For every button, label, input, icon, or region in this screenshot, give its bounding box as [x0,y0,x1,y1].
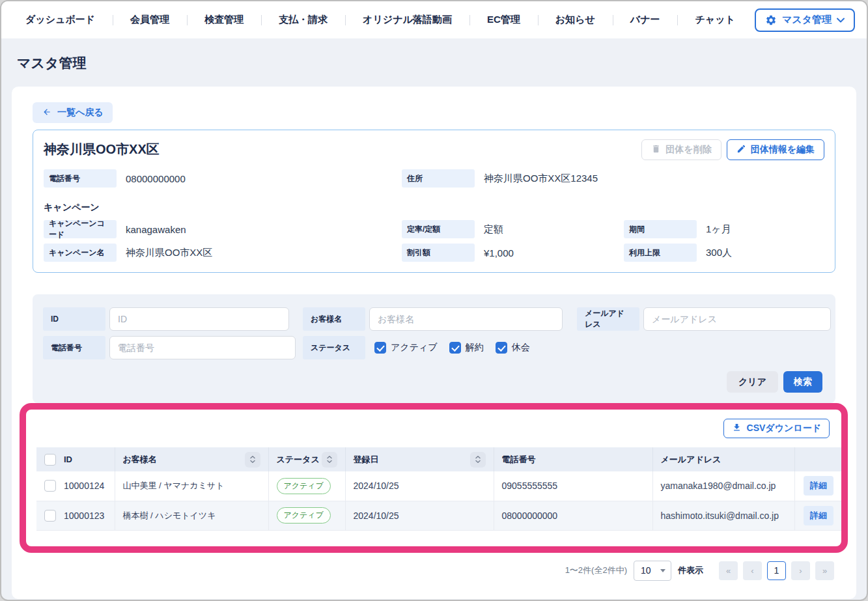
page-1-button[interactable]: 1 [767,561,786,580]
highlighted-results-area: CSVダウンロード ID お客様名 ステータス 登録日 電話番号 [20,403,848,553]
nav-item-banner[interactable]: バナー [613,14,678,26]
campaign-rate-type-field: 定率/定額 定額 [402,220,624,238]
filter-id-field: ID [43,307,303,331]
cell-id: 10000124 [64,481,104,491]
nav-item-news[interactable]: お知らせ [538,14,613,26]
csv-download-button[interactable]: CSVダウンロード [723,419,830,438]
cell-date: 2024/10/25 [345,471,494,501]
campaign-discount-field: 割引額 ¥1,000 [402,244,624,262]
campaign-code-label: キャンペーンコード [44,220,117,238]
filter-phone-label: 電話番号 [43,336,105,359]
status-checkbox-2-label: 休会 [512,342,530,354]
campaign-rate-type-value: 定額 [484,223,503,236]
status-checkbox-1[interactable]: 解約 [449,342,484,354]
filter-email-input[interactable] [643,307,831,331]
edit-organization-button[interactable]: 団体情報を編集 [727,139,824,160]
col-status: ステータス [277,454,320,466]
org-address-value: 神奈川県OO市XX区12345 [484,173,598,185]
campaign-limit-value: 300人 [706,247,732,259]
nav-item-dashboard[interactable]: ダッシュボード [8,14,113,26]
filter-phone-input[interactable] [109,336,296,359]
clear-button[interactable]: クリア [727,371,778,393]
campaign-limit-label: 利用上限 [624,244,697,262]
master-management-button[interactable]: マスタ管理 [755,8,855,32]
pagination-suffix: 件表示 [678,565,703,576]
nav-item-rakugo-video[interactable]: オリジナル落語動画 [345,14,469,26]
cell-name: 橋本樹 / ハシモトイツキ [115,501,268,530]
chevron-down-icon [837,18,845,23]
checkbox-icon [374,342,386,354]
members-table: ID お客様名 ステータス 登録日 電話番号 メールアドレス 10000124 [36,447,841,531]
status-checkbox-0[interactable]: アクティブ [374,342,438,354]
prev-page-button[interactable]: ‹ [743,561,762,580]
pagination: 1〜2件(全2件中) 10 件表示 « ‹ 1 › » [33,561,835,581]
last-page-button[interactable]: » [815,561,834,580]
sort-name-button[interactable] [245,452,260,468]
table-header-row: ID お客様名 ステータス 登録日 電話番号 メールアドレス [36,447,841,471]
filter-phone-field: 電話番号 [43,336,303,359]
page-size-value: 10 [641,565,651,576]
cell-phone: 09055555555 [494,471,652,501]
detail-button[interactable]: 詳細 [804,476,833,496]
cell-name: 山中美里 / ヤマナカミサト [115,471,268,501]
campaign-period-field: 期間 1ヶ月 [624,220,824,238]
delete-organization-button[interactable]: 団体を削除 [641,139,721,160]
org-phone-field: 電話番号 08000000000 [44,169,402,188]
checkbox-icon [496,342,507,354]
filter-name-input[interactable] [369,307,563,331]
detail-button[interactable]: 詳細 [804,506,833,525]
search-button[interactable]: 検索 [783,371,822,393]
status-checkbox-group: アクティブ 解約 休会 [374,342,530,354]
select-all-checkbox[interactable] [44,454,56,466]
app-window: ダッシュボード 会員管理 検査管理 支払・請求 オリジナル落語動画 EC管理 お… [0,0,868,601]
trash-icon [651,144,661,156]
cell-phone: 08000000000 [494,501,652,530]
organization-actions: 団体を削除 団体情報を編集 [641,139,824,160]
nav-item-ec[interactable]: EC管理 [469,14,538,26]
search-filter-panel: ID お客様名 メールアドレス 電話番号 [33,294,835,403]
first-page-button[interactable]: « [719,561,738,580]
nav-item-inspection[interactable]: 検査管理 [187,14,261,26]
filter-status-field: ステータス アクティブ 解約 [303,336,577,359]
top-nav: ダッシュボード 会員管理 検査管理 支払・請求 オリジナル落語動画 EC管理 お… [1,1,867,38]
status-checkbox-2[interactable]: 休会 [496,342,530,354]
filter-name-label: お客様名 [303,307,365,331]
page-body: マスタ管理 一覧へ戻る 神奈川県OO市XX区 団体を削除 [1,38,867,600]
campaign-name-value: 神奈川県OO市XX区 [126,247,212,259]
nav-item-chat[interactable]: チャット [677,14,752,26]
org-address-field: 住所 神奈川県OO市XX区12345 [402,169,824,188]
filter-email-label: メールアドレス [577,307,639,331]
status-checkbox-0-label: アクティブ [391,342,438,354]
back-to-list-button[interactable]: 一覧へ戻る [33,102,113,123]
campaign-discount-value: ¥1,000 [484,247,514,259]
filter-status-label: ステータス [303,336,365,359]
sort-date-button[interactable] [470,452,486,468]
org-phone-label: 電話番号 [44,169,117,188]
cell-date: 2024/10/25 [345,501,494,530]
gear-icon [765,14,777,26]
org-phone-value: 08000000000 [126,173,186,184]
nav-items: ダッシュボード 会員管理 検査管理 支払・請求 オリジナル落語動画 EC管理 お… [8,1,753,38]
status-checkbox-1-label: 解約 [466,342,484,354]
sort-status-button[interactable] [322,452,337,468]
campaign-period-label: 期間 [624,220,697,238]
pencil-icon [736,144,746,156]
checkbox-icon [449,342,461,354]
campaign-heading: キャンペーン [44,202,824,214]
filter-id-input[interactable] [109,307,289,331]
pagination-summary: 1〜2件(全2件中) [565,565,627,576]
campaign-limit-field: 利用上限 300人 [624,244,824,262]
campaign-period-value: 1ヶ月 [706,223,731,236]
organization-title: 神奈川県OO市XX区 [44,139,160,158]
filter-name-field: お客様名 [303,307,577,331]
row-checkbox[interactable] [44,510,56,522]
next-page-button[interactable]: › [791,561,810,580]
nav-item-billing[interactable]: 支払・請求 [261,14,345,26]
page-size-select[interactable]: 10 [634,561,671,581]
row-checkbox[interactable] [44,480,56,492]
filter-email-field: メールアドレス [577,307,831,331]
edit-organization-label: 団体情報を編集 [751,144,815,156]
nav-item-members[interactable]: 会員管理 [113,14,187,26]
page-title: マスタ管理 [17,54,867,72]
col-date: 登録日 [354,454,379,466]
